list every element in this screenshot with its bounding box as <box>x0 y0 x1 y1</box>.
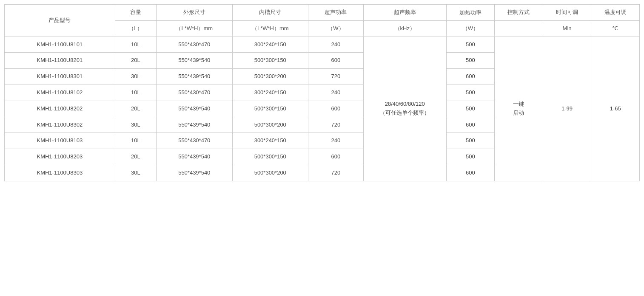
cell-volume: 30L <box>115 165 156 181</box>
cell-model: KMH1-1100U8301 <box>5 69 115 85</box>
header-inner-dim: 内槽尺寸 <box>232 5 308 21</box>
cell-inner: 500*300*150 <box>232 53 308 69</box>
cell-model: KMH1-1100U8102 <box>5 85 115 101</box>
cell-volume: 10L <box>115 85 156 101</box>
product-table: 产品型号 容量 外形尺寸 内槽尺寸 超声功率 超声频率 加热功率 控制方式 时间… <box>4 4 640 181</box>
cell-model: KMH1-1100U8303 <box>5 165 115 181</box>
header-ultrasonic-power: 超声功率 <box>308 5 364 21</box>
cell-model: KMH1-1100U8201 <box>5 53 115 69</box>
cell-volume: 20L <box>115 101 156 117</box>
cell-hpower: 500 <box>446 101 495 117</box>
cell-outer: 550*439*540 <box>157 53 233 69</box>
header-product-model: 产品型号 <box>5 5 115 37</box>
cell-upower: 720 <box>308 165 364 181</box>
header-temp-unit: ℃ <box>591 20 640 37</box>
cell-volume: 30L <box>115 117 156 133</box>
header-outer-dim: 外形尺寸 <box>157 5 233 21</box>
header-control: 控制方式 <box>495 5 543 21</box>
cell-model: KMH1-1100U8103 <box>5 133 115 149</box>
cell-temp-merged: 1-65 <box>591 37 640 181</box>
cell-hpower: 500 <box>446 149 495 165</box>
header-hpower-unit: （W） <box>446 20 495 37</box>
header-heating-power: 加热功率 <box>446 5 495 21</box>
header-temp-adj: 温度可调 <box>591 5 640 21</box>
cell-model: KMH1-1100U8202 <box>5 101 115 117</box>
cell-upower: 240 <box>308 133 364 149</box>
cell-hpower: 500 <box>446 133 495 149</box>
cell-hpower: 600 <box>446 69 495 85</box>
cell-outer: 550*430*470 <box>157 37 233 53</box>
cell-model: KMH1-1100U8302 <box>5 117 115 133</box>
header-inner-unit: （L*W*H）mm <box>232 20 308 37</box>
header-volume: 容量 <box>115 5 156 21</box>
cell-volume: 10L <box>115 37 156 53</box>
cell-outer: 550*430*470 <box>157 133 233 149</box>
cell-volume: 20L <box>115 149 156 165</box>
cell-time-merged: 1-99 <box>543 37 591 181</box>
cell-inner: 300*240*150 <box>232 85 308 101</box>
cell-upower: 600 <box>308 149 364 165</box>
cell-outer: 550*439*540 <box>157 149 233 165</box>
header-outer-unit: （L*W*H）mm <box>157 20 233 37</box>
header-ultrasonic-freq: 超声频率 <box>363 5 446 21</box>
cell-inner: 300*240*150 <box>232 133 308 149</box>
cell-hpower: 600 <box>446 165 495 181</box>
cell-inner: 500*300*200 <box>232 117 308 133</box>
cell-outer: 550*439*540 <box>157 69 233 85</box>
cell-upower: 600 <box>308 101 364 117</box>
cell-model: KMH1-1100U8203 <box>5 149 115 165</box>
cell-outer: 550*439*540 <box>157 101 233 117</box>
cell-volume: 20L <box>115 53 156 69</box>
cell-upower: 720 <box>308 117 364 133</box>
cell-inner: 500*300*200 <box>232 69 308 85</box>
header-row-1: 产品型号 容量 外形尺寸 内槽尺寸 超声功率 超声频率 加热功率 控制方式 时间… <box>5 5 640 21</box>
cell-inner: 500*300*150 <box>232 149 308 165</box>
cell-outer: 550*439*540 <box>157 117 233 133</box>
cell-hpower: 600 <box>446 117 495 133</box>
header-upower-unit: （W） <box>308 20 364 37</box>
cell-upower: 720 <box>308 69 364 85</box>
cell-inner: 500*300*150 <box>232 101 308 117</box>
cell-ufreq-merged: 28/40/60/80/120（可任选单个频率） <box>363 37 446 181</box>
cell-hpower: 500 <box>446 37 495 53</box>
cell-upower: 240 <box>308 37 364 53</box>
cell-outer: 550*439*540 <box>157 165 233 181</box>
cell-volume: 30L <box>115 69 156 85</box>
cell-model: KMH1-1100U8101 <box>5 37 115 53</box>
cell-inner: 500*300*200 <box>232 165 308 181</box>
header-time-adj: 时间可调 <box>543 5 591 21</box>
cell-volume: 10L <box>115 133 156 149</box>
cell-outer: 550*430*470 <box>157 85 233 101</box>
header-ufreq-unit: （kHz） <box>363 20 446 37</box>
header-volume-unit: （L） <box>115 20 156 37</box>
cell-inner: 300*240*150 <box>232 37 308 53</box>
cell-upower: 600 <box>308 53 364 69</box>
header-time-unit: Min <box>543 20 591 37</box>
cell-hpower: 500 <box>446 85 495 101</box>
table-row: KMH1-1100U8101 10L 550*430*470 300*240*1… <box>5 37 640 53</box>
header-control-unit <box>495 20 543 37</box>
cell-control-merged: 一键启动 <box>495 37 543 181</box>
cell-hpower: 500 <box>446 53 495 69</box>
cell-upower: 240 <box>308 85 364 101</box>
